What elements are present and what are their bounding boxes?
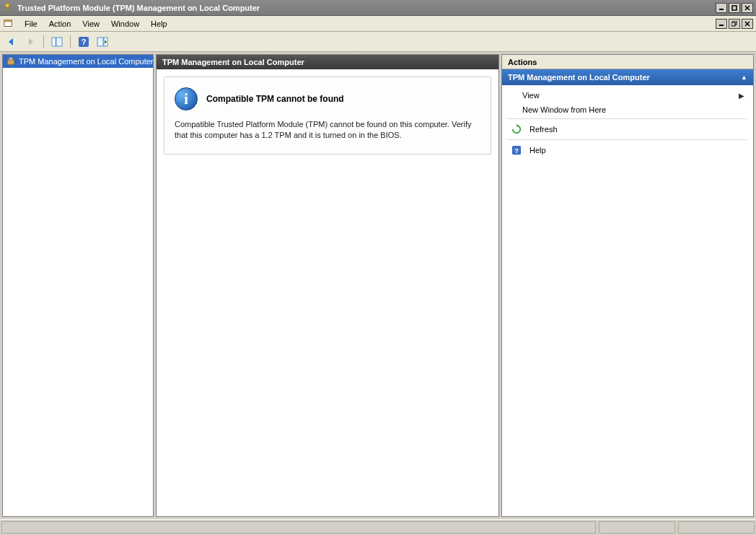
action-refresh-label: Refresh	[529, 125, 558, 134]
tpm-icon	[6, 56, 16, 67]
action-view[interactable]: View ▶	[502, 88, 753, 103]
maximize-button[interactable]	[729, 3, 740, 13]
svg-text:?: ?	[82, 38, 87, 46]
tree-panel: TPM Management on Local Computer	[2, 54, 154, 517]
menubar: File Action View Window Help	[0, 16, 756, 32]
actions-divider-1	[508, 118, 747, 119]
console-icon	[3, 18, 14, 30]
toolbar-separator	[43, 35, 44, 48]
mdi-close-button[interactable]	[742, 19, 753, 29]
svg-rect-20	[9, 58, 12, 61]
mdi-minimize-button[interactable]	[716, 19, 727, 29]
submenu-arrow-icon: ▶	[739, 92, 744, 100]
workspace: TPM Management on Local Computer TPM Man…	[0, 52, 756, 519]
status-cell-1	[599, 521, 675, 534]
center-panel: TPM Management on Local Computer i Compa…	[156, 54, 499, 517]
refresh-icon	[511, 123, 522, 135]
svg-rect-3	[732, 6, 737, 10]
close-button[interactable]	[742, 3, 753, 13]
collapse-icon: ▲	[741, 74, 747, 81]
actions-subheader[interactable]: TPM Management on Local Computer ▲	[502, 69, 753, 85]
action-help-label: Help	[529, 146, 546, 155]
menu-view[interactable]: View	[76, 18, 105, 30]
mdi-restore-button[interactable]	[729, 19, 740, 29]
svg-point-0	[6, 3, 9, 6]
back-button[interactable]	[3, 34, 20, 50]
menu-action[interactable]: Action	[43, 18, 77, 30]
minimize-button[interactable]	[716, 3, 727, 13]
actions-body: View ▶ New Window from Here Refresh ? He…	[502, 85, 753, 516]
center-body: i Compatible TPM cannot be found Compati…	[157, 69, 498, 516]
svg-rect-13	[52, 38, 56, 46]
action-new-window[interactable]: New Window from Here	[502, 103, 753, 117]
menu-file[interactable]: File	[19, 18, 43, 30]
toolbar: ?	[0, 32, 756, 52]
center-panel-header: TPM Management on Local Computer	[157, 55, 498, 69]
action-view-label: View	[522, 91, 540, 100]
message-body: Compatible Trusted Platform Module (TPM)…	[175, 119, 480, 141]
window-title: Trusted Platform Module (TPM) Management…	[17, 4, 716, 12]
actions-panel: Actions TPM Management on Local Computer…	[501, 54, 754, 517]
help-icon: ?	[511, 144, 522, 156]
info-icon: i	[175, 87, 198, 110]
statusbar	[0, 519, 756, 535]
svg-rect-10	[731, 22, 735, 26]
action-new-window-label: New Window from Here	[522, 105, 606, 114]
help-button[interactable]: ?	[75, 34, 92, 50]
forward-button[interactable]	[22, 34, 39, 50]
actions-subheader-label: TPM Management on Local Computer	[508, 73, 650, 82]
app-icon	[3, 2, 14, 14]
svg-text:?: ?	[514, 147, 519, 155]
action-help[interactable]: ? Help	[502, 142, 753, 159]
show-hide-tree-button[interactable]	[48, 34, 66, 50]
actions-header: Actions	[502, 55, 753, 69]
menu-window[interactable]: Window	[105, 18, 145, 30]
menu-help[interactable]: Help	[145, 18, 173, 30]
toolbar-separator-2	[70, 35, 71, 48]
window-controls	[716, 3, 753, 13]
action-refresh[interactable]: Refresh	[502, 121, 753, 138]
mdi-controls	[716, 19, 753, 29]
tree-root-label: TPM Management on Local Computer	[19, 57, 153, 66]
tree-root-item[interactable]: TPM Management on Local Computer	[3, 55, 153, 68]
svg-rect-14	[56, 38, 62, 46]
status-main	[1, 521, 596, 534]
svg-rect-1	[6, 7, 8, 12]
svg-rect-7	[4, 19, 12, 22]
show-hide-actions-button[interactable]	[94, 34, 111, 50]
svg-rect-17	[97, 38, 103, 46]
message-card: i Compatible TPM cannot be found Compati…	[164, 77, 491, 155]
status-cell-2	[678, 521, 755, 534]
titlebar: Trusted Platform Module (TPM) Management…	[0, 0, 756, 16]
message-title: Compatible TPM cannot be found	[206, 94, 344, 104]
actions-divider-2	[508, 139, 747, 140]
